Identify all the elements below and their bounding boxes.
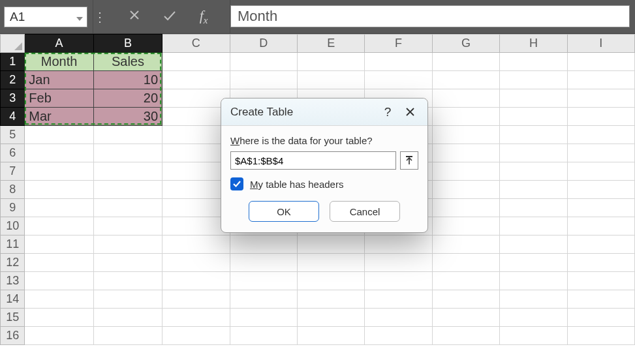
cell[interactable] xyxy=(567,144,634,162)
cell[interactable] xyxy=(567,162,634,181)
cell[interactable] xyxy=(432,254,499,272)
row-header[interactable]: 13 xyxy=(1,272,25,290)
dropdown-icon[interactable] xyxy=(76,10,83,24)
cell[interactable] xyxy=(500,108,567,126)
cell[interactable] xyxy=(432,235,499,254)
cell[interactable] xyxy=(567,272,634,290)
column-header[interactable]: H xyxy=(500,35,567,53)
cell[interactable] xyxy=(500,126,567,144)
cell[interactable]: Jan xyxy=(25,71,93,89)
cell[interactable] xyxy=(163,144,230,162)
cell[interactable] xyxy=(163,217,230,235)
cell[interactable] xyxy=(163,235,230,254)
cell[interactable] xyxy=(365,254,432,272)
cell[interactable] xyxy=(432,272,499,290)
cell[interactable] xyxy=(567,199,634,217)
column-header[interactable]: I xyxy=(567,35,634,53)
cell[interactable] xyxy=(163,53,230,71)
cell[interactable]: Feb xyxy=(25,89,93,108)
select-all-corner[interactable] xyxy=(1,35,25,53)
fx-icon[interactable]: fx xyxy=(200,7,208,26)
headers-checkbox[interactable] xyxy=(230,177,243,190)
cell[interactable] xyxy=(432,53,499,71)
cell[interactable] xyxy=(500,181,567,199)
cell[interactable] xyxy=(432,181,499,199)
cell[interactable] xyxy=(93,144,162,162)
cell[interactable] xyxy=(163,89,230,108)
row-header[interactable]: 10 xyxy=(1,217,25,235)
cell[interactable] xyxy=(25,144,93,162)
cell[interactable]: Mar xyxy=(25,108,93,126)
cell[interactable] xyxy=(365,235,432,254)
cancel-formula-icon[interactable] xyxy=(129,9,140,24)
cell[interactable] xyxy=(163,199,230,217)
cell[interactable] xyxy=(25,199,93,217)
cell[interactable] xyxy=(93,290,162,309)
column-header[interactable]: D xyxy=(230,35,297,53)
cell[interactable] xyxy=(500,254,567,272)
row-header[interactable]: 6 xyxy=(1,144,25,162)
cell[interactable]: 20 xyxy=(93,89,162,108)
cell[interactable] xyxy=(93,235,162,254)
cell[interactable] xyxy=(432,309,499,327)
cell[interactable] xyxy=(163,108,230,126)
cell[interactable] xyxy=(25,162,93,181)
cell[interactable] xyxy=(500,144,567,162)
cell[interactable] xyxy=(230,71,297,89)
ok-button[interactable]: OK xyxy=(249,201,319,222)
range-input[interactable] xyxy=(230,151,396,170)
cell[interactable] xyxy=(567,53,634,71)
row-header[interactable]: 4 xyxy=(1,108,25,126)
cell[interactable] xyxy=(297,254,364,272)
cell[interactable] xyxy=(567,217,634,235)
row-header[interactable]: 7 xyxy=(1,162,25,181)
cell[interactable] xyxy=(500,71,567,89)
cell[interactable] xyxy=(432,126,499,144)
headers-checkbox-row[interactable]: My table has headers xyxy=(230,177,418,190)
row-header[interactable]: 16 xyxy=(1,327,25,345)
column-header[interactable]: A xyxy=(25,35,93,53)
cell[interactable] xyxy=(93,126,162,144)
cell[interactable] xyxy=(25,290,93,309)
cell[interactable] xyxy=(230,272,297,290)
row-header[interactable]: 5 xyxy=(1,126,25,144)
cell[interactable] xyxy=(25,254,93,272)
cell[interactable] xyxy=(297,71,364,89)
cell[interactable] xyxy=(163,126,230,144)
cell[interactable] xyxy=(163,254,230,272)
cell[interactable] xyxy=(365,71,432,89)
dialog-titlebar[interactable]: Create Table ? xyxy=(221,99,427,126)
row-header[interactable]: 3 xyxy=(1,89,25,108)
cell[interactable] xyxy=(567,235,634,254)
cell[interactable] xyxy=(365,272,432,290)
cell[interactable] xyxy=(93,254,162,272)
column-header[interactable]: G xyxy=(432,35,499,53)
cell[interactable] xyxy=(230,254,297,272)
cell[interactable] xyxy=(230,290,297,309)
row-header[interactable]: 14 xyxy=(1,290,25,309)
cell[interactable] xyxy=(500,327,567,345)
cell[interactable] xyxy=(93,199,162,217)
cell[interactable] xyxy=(500,162,567,181)
cell[interactable] xyxy=(297,53,364,71)
cell[interactable] xyxy=(567,254,634,272)
column-header[interactable]: E xyxy=(297,35,364,53)
column-header[interactable]: C xyxy=(163,35,230,53)
cell[interactable] xyxy=(432,199,499,217)
cell[interactable] xyxy=(25,235,93,254)
cell[interactable] xyxy=(567,290,634,309)
cell[interactable] xyxy=(365,327,432,345)
row-header[interactable]: 1 xyxy=(1,53,25,71)
cell[interactable] xyxy=(432,217,499,235)
row-header[interactable]: 15 xyxy=(1,309,25,327)
cell[interactable] xyxy=(93,162,162,181)
help-button[interactable]: ? xyxy=(377,102,399,122)
cell[interactable] xyxy=(567,181,634,199)
column-header[interactable]: B xyxy=(93,35,162,53)
row-header[interactable]: 2 xyxy=(1,71,25,89)
cell[interactable]: 10 xyxy=(93,71,162,89)
row-header[interactable]: 9 xyxy=(1,199,25,217)
cell[interactable] xyxy=(567,89,634,108)
cell[interactable] xyxy=(93,309,162,327)
row-header[interactable]: 12 xyxy=(1,254,25,272)
